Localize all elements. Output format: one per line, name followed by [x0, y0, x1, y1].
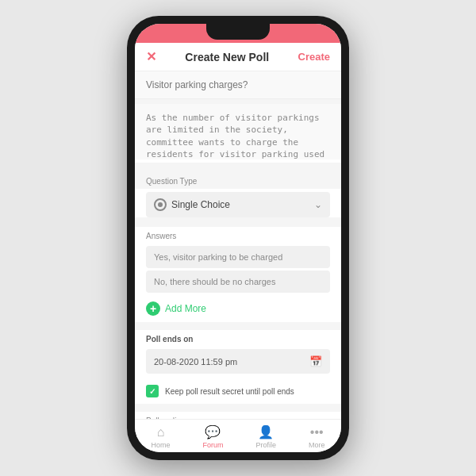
date-value: 20-08-2020 11:59 pm — [154, 357, 237, 367]
poll-audience-label: Poll audience — [135, 412, 341, 419]
answers-label: Answers — [135, 227, 341, 244]
nav-more-label: More — [309, 441, 325, 449]
header: ✕ Create New Poll Create — [135, 43, 341, 71]
poll-ends-section: Poll ends on 20-08-2020 11:59 pm 📅 ✓ Kee… — [135, 330, 341, 404]
create-button[interactable]: Create — [298, 51, 330, 63]
page-title: Create New Poll — [185, 51, 269, 63]
nav-forum-label: Forum — [202, 441, 223, 449]
description-input[interactable] — [135, 104, 341, 159]
question-type-label: Question Type — [135, 171, 341, 189]
answer-1[interactable]: Yes, visitor parking to be charged — [146, 246, 330, 268]
calendar-icon: 📅 — [309, 355, 322, 367]
description-section — [135, 104, 341, 163]
add-more-icon: + — [146, 301, 160, 316]
nav-profile-label: Profile — [255, 441, 276, 449]
question-type-section: Question Type Single Choice ⌄ — [135, 171, 341, 217]
nav-home-label: Home — [151, 441, 170, 449]
question-input[interactable] — [135, 71, 341, 99]
checkmark-icon: ✓ — [149, 387, 155, 396]
add-more-label: Add More — [165, 303, 206, 314]
poll-ends-label: Poll ends on — [135, 330, 341, 347]
add-more-button[interactable]: + Add More — [135, 295, 341, 322]
question-type-dropdown[interactable]: Single Choice ⌄ — [146, 192, 330, 217]
home-icon: ⌂ — [157, 425, 165, 440]
dropdown-left: Single Choice — [154, 198, 230, 211]
answer-2[interactable]: No, there should be no charges — [146, 271, 330, 293]
nav-home[interactable]: ⌂ Home — [151, 425, 170, 449]
keep-secret-checkbox[interactable]: ✓ — [146, 385, 159, 397]
nav-more[interactable]: ••• More — [309, 425, 325, 449]
poll-audience-section: Poll audience All Residents ⌄ — [135, 412, 341, 419]
chevron-down-icon: ⌄ — [314, 199, 322, 210]
phone-frame: ✕ Create New Poll Create Question Type — [127, 16, 349, 460]
answers-section: Answers Yes, visitor parking to be charg… — [135, 227, 341, 322]
bottom-nav: ⌂ Home 💬 Forum 👤 Profile ••• More — [135, 419, 341, 452]
question-section — [135, 71, 341, 99]
close-button[interactable]: ✕ — [146, 49, 156, 64]
profile-icon: 👤 — [258, 424, 274, 440]
radio-icon — [154, 198, 167, 211]
phone-notch — [206, 24, 270, 40]
date-picker[interactable]: 20-08-2020 11:59 pm 📅 — [146, 349, 330, 374]
phone-screen: ✕ Create New Poll Create Question Type — [135, 24, 341, 452]
forum-icon: 💬 — [205, 424, 221, 440]
radio-inner — [158, 202, 163, 207]
scroll-area: Question Type Single Choice ⌄ Answers Ye… — [135, 71, 341, 419]
question-type-value: Single Choice — [171, 199, 230, 210]
keep-secret-row[interactable]: ✓ Keep poll result secret until poll end… — [135, 380, 341, 404]
keep-secret-label: Keep poll result secret until poll ends — [165, 387, 294, 396]
nav-forum[interactable]: 💬 Forum — [202, 424, 223, 449]
more-icon: ••• — [310, 425, 324, 440]
nav-profile[interactable]: 👤 Profile — [255, 424, 276, 449]
